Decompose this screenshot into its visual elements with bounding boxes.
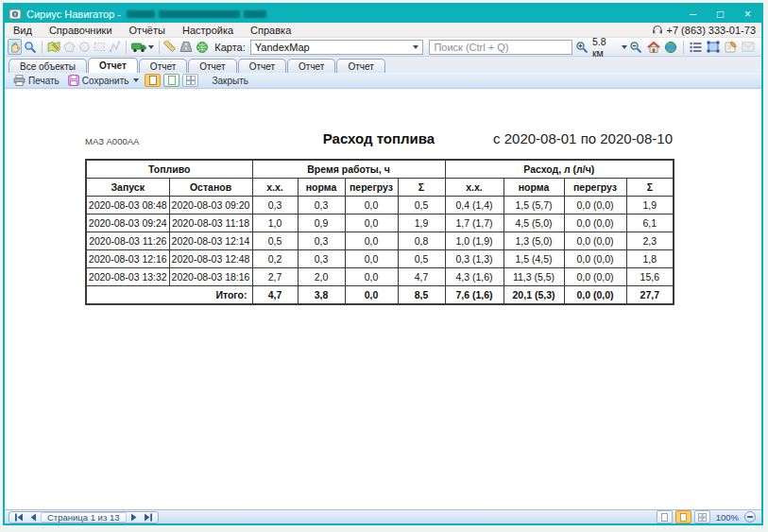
save-icon bbox=[68, 75, 79, 86]
total-cell: 7,6 (1,6) bbox=[445, 286, 503, 305]
tab-report-1[interactable]: Отчет bbox=[88, 58, 138, 73]
tab-report-6[interactable]: Отчет bbox=[336, 59, 384, 73]
road-distance-icon[interactable] bbox=[179, 39, 194, 55]
zoom-out-button[interactable] bbox=[744, 511, 756, 523]
menu-nastroika[interactable]: Настройка bbox=[174, 23, 242, 37]
tab-all-objects[interactable]: Все объекты bbox=[9, 59, 87, 73]
report-title: Расход топлива bbox=[323, 130, 435, 146]
total-cell: 20,1 (5,3) bbox=[503, 286, 564, 305]
prev-page-button[interactable] bbox=[26, 512, 39, 523]
page-navigator: Страница 1 из 13 bbox=[9, 511, 159, 523]
close-button[interactable]: × bbox=[734, 5, 761, 23]
first-page-button[interactable] bbox=[12, 512, 25, 523]
save-button[interactable]: Сохранить bbox=[65, 74, 143, 88]
window-controls: – □ × bbox=[679, 5, 761, 23]
message-icon[interactable] bbox=[741, 39, 758, 55]
close-report-button[interactable]: Закрыть bbox=[209, 74, 251, 88]
table-cell: 1,3 (5,0) bbox=[503, 232, 564, 250]
col-header: норма bbox=[298, 179, 345, 197]
rect-tool-icon[interactable] bbox=[93, 39, 107, 55]
globe-icon[interactable] bbox=[663, 39, 680, 55]
zoom-in-icon[interactable] bbox=[573, 39, 590, 55]
table-row: 2020-08-03 13:322020-08-03 18:162,72,00,… bbox=[86, 268, 674, 286]
table-cell: 2020-08-03 09:24 bbox=[86, 215, 169, 232]
table-cell: 2,0 bbox=[298, 268, 345, 286]
table-cell: 0,0 bbox=[345, 215, 398, 232]
chevron-down-icon bbox=[413, 45, 418, 49]
table-cell: 1,0 (1,9) bbox=[445, 232, 503, 250]
tab-report-3[interactable]: Отчет bbox=[188, 59, 236, 73]
notes-edit-icon[interactable] bbox=[723, 39, 740, 55]
ruler-icon[interactable] bbox=[162, 39, 178, 55]
last-page-button[interactable] bbox=[143, 512, 155, 523]
pan-hand-icon[interactable] bbox=[8, 39, 22, 55]
circle-tool-icon[interactable] bbox=[77, 39, 92, 55]
table-row: 2020-08-03 11:262020-08-03 12:140,50,30,… bbox=[86, 232, 674, 250]
table-cell: 1,5 (4,5) bbox=[503, 250, 564, 268]
status-bar: Страница 1 из 13 100% bbox=[5, 509, 761, 523]
table-cell: 1,5 (5,7) bbox=[503, 197, 564, 215]
zoom-out-icon[interactable] bbox=[628, 39, 645, 55]
page-info: Страница 1 из 13 bbox=[41, 512, 127, 523]
view-single-page-button[interactable] bbox=[657, 510, 673, 523]
table-total-row: Итого: 4,7 3,8 0,0 8,5 7,6 (1,6) 20,1 (5… bbox=[86, 286, 674, 305]
tab-report-5[interactable]: Отчет bbox=[287, 59, 335, 73]
table-cell: 2,7 bbox=[252, 268, 298, 286]
fuel-report-table: Топливо Время работы, ч Расход, л (л/ч) … bbox=[85, 159, 674, 305]
table-cell: 0,0 (0,0) bbox=[564, 232, 626, 250]
view-fit-width-button[interactable] bbox=[675, 510, 691, 523]
chevron-down-icon[interactable] bbox=[622, 45, 627, 49]
view-multi-page-button[interactable] bbox=[694, 510, 710, 523]
save-label: Сохранить bbox=[82, 76, 129, 86]
col-header: перегруз bbox=[564, 179, 626, 197]
polygon-tool-icon[interactable] bbox=[62, 39, 77, 55]
toolbar-separator bbox=[683, 41, 684, 54]
total-cell: 8,5 bbox=[398, 286, 445, 305]
group-header-consumption: Расход, л (л/ч) bbox=[445, 160, 674, 179]
home-icon[interactable] bbox=[645, 39, 662, 55]
route-tool-icon[interactable] bbox=[108, 39, 122, 55]
col-header: Останов bbox=[169, 179, 252, 197]
menu-vid[interactable]: Вид bbox=[5, 23, 41, 37]
phone-number: +7 (863) 333-01-73 bbox=[667, 25, 756, 36]
globe-layers-icon[interactable] bbox=[195, 39, 210, 55]
table-cell: 4,7 bbox=[398, 268, 445, 286]
col-header: Σ bbox=[626, 179, 674, 197]
table-cell: 0,0 bbox=[345, 197, 398, 215]
col-header: Σ bbox=[398, 179, 445, 197]
table-cell: 2020-08-03 18:16 bbox=[169, 268, 252, 286]
zoom-select-icon[interactable] bbox=[23, 39, 38, 55]
total-label: Итого: bbox=[86, 286, 252, 305]
page-single-button[interactable] bbox=[145, 74, 161, 87]
menu-spravka[interactable]: Справка bbox=[242, 23, 299, 37]
toolbar-separator bbox=[42, 41, 43, 54]
print-button[interactable]: Печать bbox=[10, 74, 62, 88]
map-scale-value[interactable]: 5.8 км bbox=[592, 36, 618, 59]
page-multi-button[interactable] bbox=[182, 74, 198, 87]
maximize-button[interactable]: □ bbox=[707, 5, 734, 23]
minimize-button[interactable]: – bbox=[679, 5, 707, 23]
tab-report-4[interactable]: Отчет bbox=[238, 59, 286, 73]
object-list-icon[interactable] bbox=[688, 39, 705, 55]
vehicle-icon[interactable] bbox=[130, 39, 155, 55]
selection-area-icon[interactable] bbox=[706, 39, 723, 55]
table-cell: 0,5 bbox=[398, 197, 445, 215]
search-input[interactable] bbox=[429, 40, 572, 55]
menu-spravochniki[interactable]: Справочники bbox=[41, 23, 121, 37]
group-header-worktime: Время работы, ч bbox=[252, 160, 445, 179]
chevron-down-icon bbox=[133, 78, 139, 82]
redacted-title-text bbox=[127, 10, 266, 18]
tab-report-2[interactable]: Отчет bbox=[139, 59, 187, 73]
map-select[interactable]: YandexMap bbox=[250, 40, 424, 55]
map-edit-icon[interactable] bbox=[46, 39, 61, 55]
table-cell: 0,0 bbox=[345, 268, 398, 286]
table-cell: 0,0 (0,0) bbox=[564, 215, 626, 232]
headset-icon bbox=[652, 25, 663, 35]
table-cell: 2020-08-03 09:20 bbox=[169, 197, 252, 215]
page-fit-button[interactable] bbox=[163, 74, 179, 87]
support-phone: +7 (863) 333-01-73 bbox=[652, 25, 761, 36]
map-label: Карта: bbox=[214, 42, 246, 53]
menu-otchety[interactable]: Отчёты bbox=[121, 23, 174, 37]
table-cell: 0,8 bbox=[398, 232, 445, 250]
next-page-button[interactable] bbox=[128, 512, 141, 523]
